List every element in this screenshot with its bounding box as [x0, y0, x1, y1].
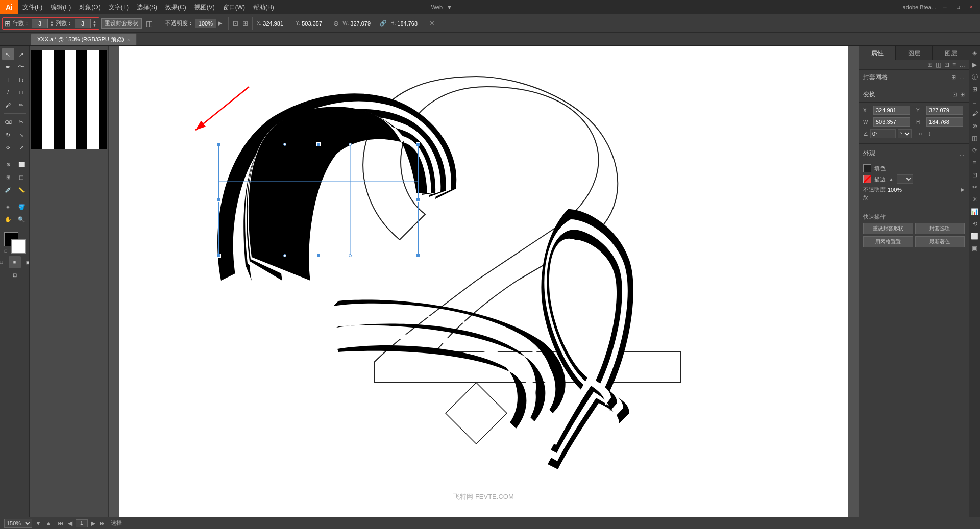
shape-tool[interactable]: □: [15, 86, 28, 98]
live-paint-tool[interactable]: 🪣: [15, 200, 28, 213]
flip-h-icon[interactable]: ↔: [918, 130, 924, 137]
warp-tool[interactable]: ⟳: [2, 141, 14, 154]
fill-color[interactable]: ■: [9, 256, 21, 268]
section-icon-more[interactable]: …: [959, 74, 965, 81]
chart-strip-icon[interactable]: 📊: [970, 207, 979, 216]
history-strip-icon[interactable]: ⟲: [970, 219, 979, 229]
reset-grid-btn[interactable]: 用网格置置: [863, 236, 913, 247]
direct-selection-tool[interactable]: ↗: [15, 48, 28, 60]
panel-icon-2[interactable]: ◫: [934, 61, 943, 68]
gradient-tool[interactable]: ◫: [15, 171, 28, 183]
transform-h-input[interactable]: [926, 117, 963, 127]
reset-colors[interactable]: ⊞: [4, 249, 8, 254]
next-page-btn[interactable]: ▶: [90, 520, 96, 527]
panel-icon-4[interactable]: ≡: [951, 61, 958, 68]
background-color[interactable]: [11, 239, 26, 254]
stroke-up-arrow[interactable]: ▲: [889, 177, 894, 182]
section-icon-expand[interactable]: ⊞: [951, 74, 956, 81]
more-options-icon[interactable]: ✳: [429, 19, 435, 27]
menu-text[interactable]: 文字(T): [105, 0, 133, 14]
flip-v-icon[interactable]: ↕: [928, 130, 931, 137]
align-strip-icon[interactable]: ≡: [970, 158, 979, 167]
layers-tab-2[interactable]: 图层: [933, 46, 969, 60]
curvature-tool[interactable]: 〜: [15, 61, 28, 73]
symbol-strip-icon[interactable]: ⊛: [970, 121, 979, 131]
menu-object[interactable]: 对象(O): [75, 0, 104, 14]
reset-envelope-btn[interactable]: 重设封套形状: [863, 223, 913, 234]
opacity-expand-arrow[interactable]: ▶: [961, 187, 965, 192]
free-transform-tool[interactable]: ⤢: [15, 141, 28, 154]
transform-w-input[interactable]: [873, 117, 910, 127]
cols-down-arrow[interactable]: ▼: [93, 23, 96, 27]
transform-icon-1[interactable]: ⊡: [952, 91, 957, 98]
mesh-tool[interactable]: ⊞: [2, 171, 14, 183]
stroke-swatch[interactable]: [863, 175, 871, 183]
mesh-strip-icon[interactable]: ⊞: [970, 85, 979, 94]
scissors-tool[interactable]: ✂: [15, 116, 28, 128]
menu-window[interactable]: 窗口(W): [219, 0, 249, 14]
fill-gradient[interactable]: ▣: [22, 256, 30, 268]
menu-effect[interactable]: 效果(C): [161, 0, 190, 14]
properties-strip-icon[interactable]: ◈: [970, 48, 979, 57]
paintbrush-tool[interactable]: 🖌: [2, 99, 14, 111]
menu-select[interactable]: 选择(S): [133, 0, 161, 14]
pencil-tool[interactable]: ✏: [15, 99, 28, 111]
swatches-strip-icon[interactable]: ▣: [970, 244, 979, 253]
maximize-button[interactable]: □: [953, 3, 963, 12]
eraser-tool[interactable]: ⌫: [2, 116, 14, 128]
opacity-expand-icon[interactable]: ▶: [218, 20, 222, 27]
angle-input[interactable]: [870, 129, 896, 138]
zoom-down-btn[interactable]: ▼: [34, 520, 42, 527]
properties-tab[interactable]: 属性: [859, 46, 896, 60]
menu-view[interactable]: 视图(V): [190, 0, 219, 14]
opacity-input[interactable]: [195, 19, 216, 28]
angle-unit-select[interactable]: °: [898, 129, 912, 138]
menu-help[interactable]: 帮助(H): [249, 0, 278, 14]
page-input[interactable]: [76, 519, 88, 527]
eyedropper-tool[interactable]: 💉: [2, 184, 14, 196]
last-page-btn[interactable]: ⏭: [99, 520, 107, 527]
vertical-type-tool[interactable]: T↕: [15, 73, 28, 86]
reset-color-btn[interactable]: 最新著色: [915, 236, 965, 247]
menu-edit[interactable]: 编辑(E): [46, 0, 75, 14]
zoom-select[interactable]: 150%: [4, 519, 32, 528]
line-tool[interactable]: /: [2, 86, 14, 98]
zoom-tool[interactable]: 🔍: [15, 213, 28, 225]
envelope-options-btn[interactable]: 封套选项: [915, 223, 965, 234]
panel-icon-1[interactable]: ⊞: [926, 61, 934, 68]
pen-tool[interactable]: ✒: [2, 61, 14, 73]
menu-file[interactable]: 文件(F): [18, 0, 46, 14]
rows-down-arrow[interactable]: ▼: [50, 23, 54, 27]
stroke-strip-icon[interactable]: ▶: [970, 60, 979, 69]
type-tool[interactable]: T: [2, 73, 14, 86]
layers-tab-1[interactable]: 图层: [896, 46, 933, 60]
tab-close-button[interactable]: ×: [127, 37, 130, 43]
measure-tool[interactable]: 📏: [15, 184, 28, 196]
stroke-width-select[interactable]: —: [897, 174, 913, 184]
panel-icon-3[interactable]: ⊡: [943, 61, 951, 68]
color-strip-icon[interactable]: ⬜: [970, 232, 979, 241]
info-strip-icon[interactable]: ⓘ: [970, 72, 979, 82]
cols-spinner[interactable]: ▲ ▼: [93, 20, 96, 27]
close-button[interactable]: ×: [967, 3, 976, 12]
transform-x-input[interactable]: [873, 106, 910, 115]
scale-tool[interactable]: ⤡: [15, 129, 28, 141]
shape-strip-icon[interactable]: □: [970, 97, 979, 106]
gradient-strip-icon[interactable]: ◫: [970, 134, 979, 143]
hand-tool[interactable]: ✋: [2, 213, 14, 225]
brush-strip-icon[interactable]: 🖌: [970, 109, 979, 118]
cols-up-arrow[interactable]: ▲: [93, 20, 96, 23]
first-page-btn[interactable]: ⏮: [57, 520, 65, 527]
rows-spinner[interactable]: ▲ ▼: [50, 20, 54, 27]
transform-y-input[interactable]: [926, 106, 963, 115]
cols-input[interactable]: [75, 19, 91, 28]
appearance-more-icon[interactable]: …: [959, 150, 965, 157]
rotate-tool[interactable]: ↻: [2, 129, 14, 141]
fill-none[interactable]: □: [0, 256, 8, 268]
blend-tool[interactable]: ◈: [2, 200, 14, 213]
graph-tool[interactable]: ⬜: [15, 158, 28, 170]
zoom-up-btn[interactable]: ▲: [44, 520, 53, 527]
reset-envelope-shape-button[interactable]: 重设封套形状: [101, 18, 142, 29]
artboard-tool[interactable]: ⊡: [9, 269, 21, 281]
pathfinder-strip-icon[interactable]: ⊡: [970, 170, 979, 180]
